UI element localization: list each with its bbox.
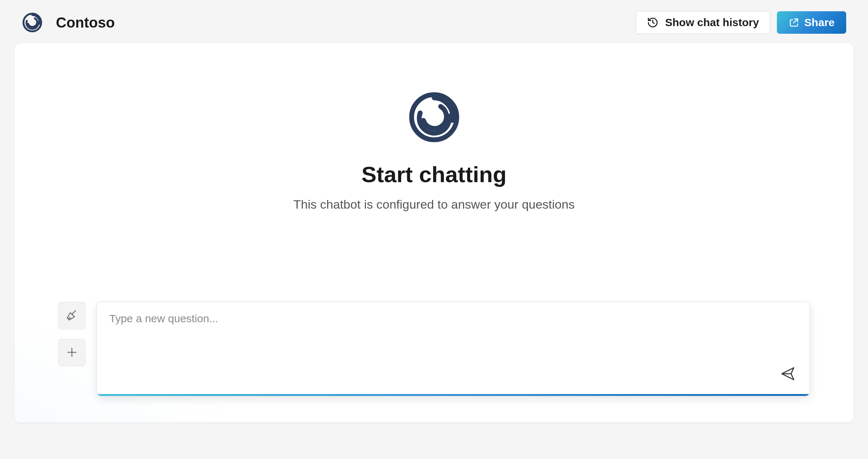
history-icon — [647, 17, 659, 28]
history-button-label: Show chat history — [665, 16, 759, 29]
plus-icon — [66, 346, 78, 360]
chat-input-container[interactable] — [97, 302, 810, 396]
share-button-label: Share — [804, 16, 835, 29]
brand-name: Contoso — [56, 15, 115, 31]
hero-swirl-logo-icon — [407, 90, 461, 144]
broom-icon — [66, 309, 78, 323]
header: Contoso Show chat history Share — [15, 7, 853, 43]
share-button[interactable]: Share — [777, 11, 846, 34]
header-right: Show chat history Share — [636, 11, 846, 34]
send-button[interactable] — [779, 365, 796, 383]
hero-subtitle: This chatbot is configured to answer you… — [293, 197, 575, 212]
input-row — [58, 302, 810, 396]
header-left: Contoso — [22, 12, 115, 33]
clear-button[interactable] — [58, 302, 86, 329]
show-history-button[interactable]: Show chat history — [636, 11, 770, 34]
side-buttons — [58, 302, 86, 396]
add-button[interactable] — [58, 339, 86, 366]
send-icon — [780, 366, 796, 383]
hero-title: Start chatting — [362, 161, 507, 187]
chat-input[interactable] — [109, 312, 797, 337]
main-card: Start chatting This chatbot is configure… — [15, 43, 853, 422]
swirl-logo-icon — [22, 12, 43, 33]
share-icon — [788, 17, 799, 28]
hero-section: Start chatting This chatbot is configure… — [58, 90, 810, 302]
